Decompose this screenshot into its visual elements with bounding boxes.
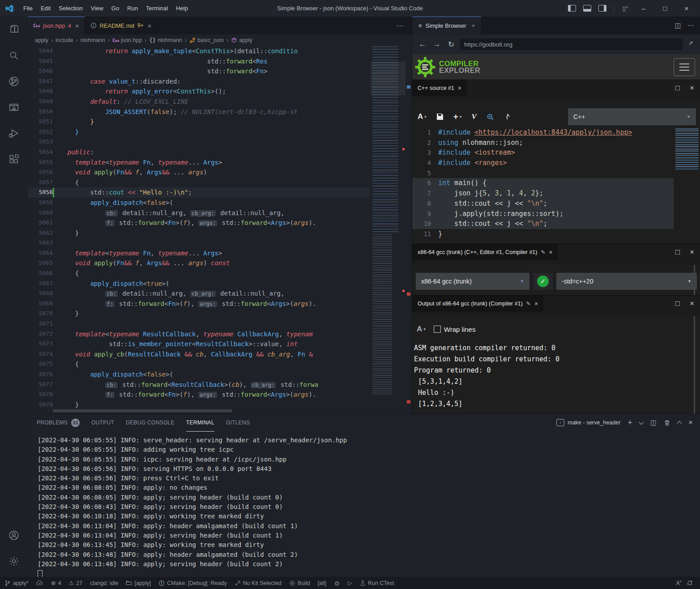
ce-source-code[interactable]: 1#include <https://localhost:8443/apply/… [412,127,674,242]
font-size-button[interactable]: A▾ [417,325,426,334]
close-pane-icon[interactable]: × [458,85,461,92]
customize-layout-icon[interactable]: ▯° [619,2,632,15]
toggle-panel-icon[interactable] [580,2,594,15]
forward-icon[interactable]: → [431,40,443,49]
panel-tab-terminal[interactable]: TERMINAL [186,414,214,432]
code-line[interactable]: 5067 apply_dispatch<true>( [28,279,370,289]
code-line[interactable]: 5044 return apply_make_tuple<ConstThis>(… [28,46,370,56]
close-pane-icon[interactable]: × [690,84,694,93]
breadcrumb-item[interactable]: include [55,37,73,43]
hamburger-menu-icon[interactable] [674,58,695,76]
code-line[interactable]: 1#include <https://localhost:8443/apply/… [412,127,674,138]
terminal-content[interactable]: [2022-04-30 06:05:55] INFO: serve_header… [38,436,696,577]
maximize-pane-icon[interactable]: □ [675,299,680,308]
maximize-pane-icon[interactable]: □ [675,248,680,257]
rename-pane-icon[interactable]: ✎ [526,301,531,307]
vim-mode-icon[interactable]: V [471,112,476,121]
reload-icon[interactable]: ↻ [445,40,457,49]
code-line[interactable]: 11} [412,229,674,239]
code-line[interactable]: 5056 void apply(Fn&& f, Args&& ... args) [28,167,370,178]
build-target-status[interactable]: [all] [318,580,326,586]
editor-code[interactable]: 5044 return apply_make_tuple<ConstThis>(… [28,46,370,414]
panel-tab-debug-console[interactable]: DEBUG CONSOLE [126,414,175,431]
accounts-icon[interactable] [0,522,28,548]
panel-tab-problems[interactable]: PROBLEMS31 [37,414,80,431]
code-line[interactable]: 5053 [28,137,370,147]
new-terminal-icon[interactable]: + [627,418,632,428]
close-window-button[interactable]: × [677,0,696,17]
code-line[interactable]: 5059 apply_dispatch<false>( [28,198,370,208]
cmake-icon[interactable] [0,94,28,120]
breadcrumb-item[interactable]: {}nlohmann [149,37,182,43]
close-pane-icon[interactable]: × [690,299,694,308]
warnings-status[interactable]: ⚠27 [69,580,83,586]
compiler-options-input[interactable]: -std=c++20▼ [556,273,697,290]
code-line[interactable]: 5070 } [28,309,370,319]
code-line[interactable]: 8 std::cout << j << "\n"; [412,199,674,209]
back-icon[interactable]: ← [417,40,428,49]
code-line[interactable]: 5077 cb: std::forward<ResultCallback>(cb… [28,380,370,390]
open-external-icon[interactable]: ↗ [685,40,696,49]
code-line[interactable]: 5066 { [28,268,370,279]
code-line[interactable]: 10 std::cout << j << "\n"; [412,219,674,229]
menu-selection[interactable]: Selection [55,5,86,12]
code-line[interactable]: 5060 cb: detail::null_arg, cb_arg: detai… [28,208,370,218]
code-line[interactable]: 5068 cb: detail::null_arg, cb_arg: detai… [28,288,370,299]
source-control-icon[interactable] [0,68,28,94]
code-line[interactable]: 5055 template<typename Fn, typename... A… [28,157,370,168]
editor-tab-README.md[interactable]: README.md9+× [85,17,158,34]
breadcrumb-item[interactable]: apply [231,37,252,43]
ctest-status[interactable]: Run CTest [360,580,394,586]
code-line[interactable]: 5058 std::cout << "Hello :-)\n"; [28,187,370,198]
code-line[interactable]: 5071 [28,319,370,329]
split-editor-icon[interactable]: ◫ [675,21,681,30]
compiler-select[interactable]: x86-64 gcc (trunk)▼ [416,273,529,290]
close-panel-icon[interactable]: × [688,418,693,427]
menu-view[interactable]: View [87,5,107,12]
breadcrumb-item[interactable]: nlohmann [81,37,105,43]
code-line[interactable]: 2using nlohmann::json; [412,138,674,148]
code-line[interactable]: 5046 std::forward<Fn> [28,66,370,76]
url-input[interactable]: https://godbolt.org [460,38,683,50]
panel-tab-gitlens[interactable]: GITLENS [226,414,250,431]
code-line[interactable]: 5062 } [28,228,370,238]
run-debug-icon[interactable] [0,120,28,146]
code-line[interactable]: 5061 f: std::forward<Fn>(f), args: std::… [28,218,370,228]
close-pane-icon[interactable]: × [534,300,538,307]
editor-more-actions-icon[interactable]: ⋯ [397,21,412,30]
close-tab-icon[interactable]: × [75,22,79,30]
compiler-explorer-logo[interactable]: COMPILER EXPLORER [412,57,480,77]
cppinsights-icon[interactable] [504,113,511,120]
cmake-folder-status[interactable]: [apply] [126,580,151,586]
close-tab-icon[interactable]: × [472,22,475,29]
code-line[interactable]: 9 j.apply(std::ranges::sort); [412,209,674,219]
code-line[interactable]: 5065 void apply(Fn&& f, Args&& ... args)… [28,258,370,268]
terminal-dropdown-icon[interactable] [640,422,643,424]
notifications-bell[interactable] [687,580,693,586]
settings-gear-icon[interactable] [0,548,28,574]
code-line[interactable]: 5078 f: std::forward<Fn>(f), args: std::… [28,390,370,400]
code-line[interactable]: 6int main() { [412,178,674,188]
panel-tab-output[interactable]: OUTPUT [91,414,114,431]
language-select[interactable]: C++▼ [568,108,696,125]
maximize-pane-icon[interactable]: □ [675,84,680,93]
kit-status[interactable]: No Kit Selected [235,580,282,586]
code-line[interactable]: 5069 f: std::forward<Fn>(f), args: std::… [28,299,370,309]
code-line[interactable]: 5063 [28,238,370,248]
add-pane-button[interactable]: +▾ [453,112,462,122]
code-line[interactable]: 5052 } [28,127,370,137]
menu-run[interactable]: Run [123,5,142,12]
clangd-status[interactable]: clangd: idle [90,580,118,586]
code-line[interactable]: 5064 template<typename Fn, typename... A… [28,248,370,258]
code-line[interactable]: 5 [412,168,674,178]
more-actions-icon[interactable]: ⋯ [687,21,694,30]
code-line[interactable]: 5072 template<typename ResultCallback, t… [28,329,370,339]
code-line[interactable]: 5076 apply_dispatch<false>( [28,369,370,380]
launch-status[interactable]: ▷ [348,580,352,586]
build-status[interactable]: Build [289,580,310,586]
rename-pane-icon[interactable]: ✎ [541,249,545,255]
debug-status[interactable] [334,580,340,586]
breadcrumb-item[interactable]: apply [35,37,48,43]
minimap[interactable] [371,46,405,395]
menu-edit[interactable]: Edit [37,5,55,12]
